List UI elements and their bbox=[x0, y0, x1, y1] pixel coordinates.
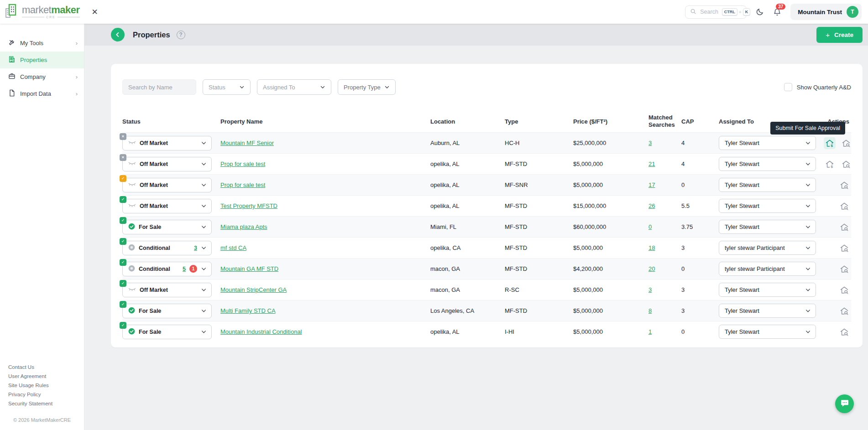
global-search-input[interactable]: Search CTRL + K bbox=[685, 5, 747, 19]
matched-search-icon[interactable] bbox=[840, 137, 852, 149]
create-button[interactable]: + Create bbox=[816, 27, 863, 43]
status-dropdown[interactable]: ✓ For Sale bbox=[122, 304, 212, 318]
price-cell: $5,000,000 bbox=[573, 328, 648, 335]
matched-search-icon[interactable] bbox=[838, 284, 850, 296]
matched-searches-link[interactable]: 1 bbox=[648, 328, 652, 335]
sidebar-item-company[interactable]: Company › bbox=[0, 68, 84, 85]
matched-search-icon[interactable] bbox=[838, 305, 850, 317]
status-dropdown[interactable]: ✓ For Sale bbox=[122, 220, 212, 234]
sidebar-item-my-tools[interactable]: My Tools › bbox=[0, 35, 84, 52]
matched-searches-link[interactable]: 3 bbox=[648, 140, 652, 146]
cap-cell: 0 bbox=[681, 265, 719, 272]
help-icon[interactable]: ? bbox=[177, 31, 185, 39]
status-label: Off Market bbox=[140, 140, 168, 146]
status-dropdown[interactable]: ✓ Conditional 5 1 bbox=[122, 262, 212, 276]
status-dropdown[interactable]: ✓ Off Market bbox=[122, 178, 212, 192]
assigned-to-dropdown[interactable]: Tyler Stewart bbox=[719, 199, 816, 213]
property-name-link[interactable]: Mountain MF Senior bbox=[220, 140, 274, 146]
location-cell: macon, GA bbox=[430, 286, 505, 293]
assigned-to-value: Tyler Stewart bbox=[725, 140, 759, 146]
status-label: Off Market bbox=[140, 287, 168, 293]
type-cell: I-HI bbox=[505, 328, 573, 335]
property-name-link[interactable]: Miama plaza Apts bbox=[220, 223, 267, 230]
assigned-to-dropdown[interactable]: Tyler Stewart bbox=[719, 304, 816, 318]
sidebar-item-properties[interactable]: Properties bbox=[0, 52, 84, 68]
notifications-bell-icon[interactable]: 37 bbox=[773, 8, 781, 16]
assigned-to-value: Tyler Stewart bbox=[725, 328, 759, 335]
status-dropdown[interactable]: ✓ Conditional 3 bbox=[122, 241, 212, 255]
status-corner-badge: × bbox=[120, 133, 126, 140]
table-row: × Off Market Prop for sale test opelika,… bbox=[122, 153, 851, 174]
back-button[interactable] bbox=[111, 28, 125, 41]
status-dropdown[interactable]: ✓ Off Market bbox=[122, 283, 212, 297]
status-label: Off Market bbox=[140, 161, 168, 167]
status-dropdown[interactable]: × Off Market bbox=[122, 136, 212, 150]
property-type-filter-dropdown[interactable]: Property Type bbox=[338, 79, 396, 95]
status-count-link[interactable]: 5 bbox=[183, 266, 186, 272]
type-cell: MF-STD bbox=[505, 244, 573, 251]
matched-searches-link[interactable]: 17 bbox=[648, 181, 655, 188]
matched-search-icon[interactable] bbox=[838, 221, 850, 233]
avatar: T bbox=[847, 6, 858, 18]
matched-searches-link[interactable]: 21 bbox=[648, 161, 655, 167]
matched-searches-link[interactable]: 26 bbox=[648, 202, 655, 209]
assigned-to-dropdown[interactable]: Tyler Stewart bbox=[719, 157, 816, 171]
assigned-to-dropdown[interactable]: Tyler Stewart bbox=[719, 283, 816, 297]
matched-search-icon[interactable] bbox=[838, 326, 850, 338]
footer-link-user-agreement[interactable]: User Agreement bbox=[8, 373, 84, 379]
assigned-to-dropdown[interactable]: Tyler Stewart bbox=[719, 178, 816, 192]
location-cell: opelika, AL bbox=[430, 328, 505, 335]
app-logo: marketmaker CRE bbox=[5, 3, 80, 21]
assigned-to-dropdown[interactable]: Tyler Stewart bbox=[719, 325, 816, 339]
property-name-link[interactable]: Multi Family STD CA bbox=[220, 307, 276, 314]
type-cell: MF-STD bbox=[505, 307, 573, 314]
property-name-link[interactable]: Mountain GA MF STD bbox=[220, 265, 278, 272]
search-by-name-input[interactable] bbox=[122, 79, 196, 95]
status-dropdown[interactable]: ✓ For Sale bbox=[122, 325, 212, 339]
matched-searches-link[interactable]: 8 bbox=[648, 307, 652, 314]
footer-link-privacy-policy[interactable]: Privacy Policy bbox=[8, 392, 84, 397]
matched-search-icon[interactable] bbox=[838, 242, 850, 254]
account-menu[interactable]: Mountain Trust T bbox=[790, 4, 862, 20]
assigned-to-dropdown[interactable]: Tyler Stewart bbox=[719, 136, 816, 150]
property-name-link[interactable]: Prop for sale test bbox=[220, 161, 265, 167]
matched-searches-link[interactable]: 20 bbox=[648, 265, 655, 272]
matched-searches-link[interactable]: 3 bbox=[648, 286, 652, 293]
assigned-to-filter-dropdown[interactable]: Assigned To bbox=[257, 79, 331, 95]
submit-for-sale-icon[interactable]: $ bbox=[824, 137, 836, 149]
assigned-to-dropdown[interactable]: tyler stewar Participant bbox=[719, 262, 816, 276]
assigned-to-dropdown[interactable]: tyler stewar Participant bbox=[719, 241, 816, 255]
type-cell: HC-H bbox=[505, 140, 573, 146]
price-cell: $5,000,000 bbox=[573, 181, 648, 188]
cap-cell: 4 bbox=[681, 140, 719, 146]
property-name-link[interactable]: Prop for sale test bbox=[220, 181, 265, 188]
status-filter-dropdown[interactable]: Status bbox=[203, 79, 251, 95]
matched-searches-link[interactable]: 0 bbox=[648, 223, 652, 230]
chat-bubble-button[interactable] bbox=[835, 394, 854, 413]
price-cell: $5,000,000 bbox=[573, 286, 648, 293]
status-corner-badge: ✓ bbox=[120, 259, 126, 266]
matched-search-icon[interactable] bbox=[838, 179, 850, 191]
matched-search-icon[interactable] bbox=[838, 200, 850, 212]
property-name-link[interactable]: Mountain Industrial Conditional bbox=[220, 328, 302, 335]
assigned-to-dropdown[interactable]: Tyler Stewart bbox=[719, 220, 816, 234]
property-name-link[interactable]: Mountain StripCenter GA bbox=[220, 286, 287, 293]
dark-mode-moon-icon[interactable] bbox=[756, 8, 764, 16]
submit-for-sale-icon[interactable]: $ bbox=[824, 158, 836, 170]
status-dropdown[interactable]: ✓ Off Market bbox=[122, 199, 212, 213]
sidebar-close-icon[interactable]: ✕ bbox=[92, 8, 98, 16]
status-count-link[interactable]: 3 bbox=[194, 245, 197, 251]
type-cell: R-SC bbox=[505, 286, 573, 293]
sidebar-item-import-data[interactable]: Import Data › bbox=[0, 85, 84, 102]
status-dropdown[interactable]: × Off Market bbox=[122, 157, 212, 171]
kbd-ctrl: CTRL bbox=[722, 8, 737, 16]
property-name-link[interactable]: mf std CA bbox=[220, 244, 246, 251]
footer-link-security-statement[interactable]: Security Statement bbox=[8, 401, 84, 406]
property-name-link[interactable]: Test Property MFSTD bbox=[220, 202, 277, 209]
footer-link-contact-us[interactable]: Contact Us bbox=[8, 364, 84, 370]
matched-search-icon[interactable] bbox=[838, 263, 850, 275]
footer-link-site-usage-rules[interactable]: Site Usage Rules bbox=[8, 383, 84, 388]
matched-search-icon[interactable] bbox=[840, 158, 852, 170]
matched-searches-link[interactable]: 18 bbox=[648, 244, 655, 251]
show-quarterly-checkbox[interactable] bbox=[784, 83, 792, 91]
